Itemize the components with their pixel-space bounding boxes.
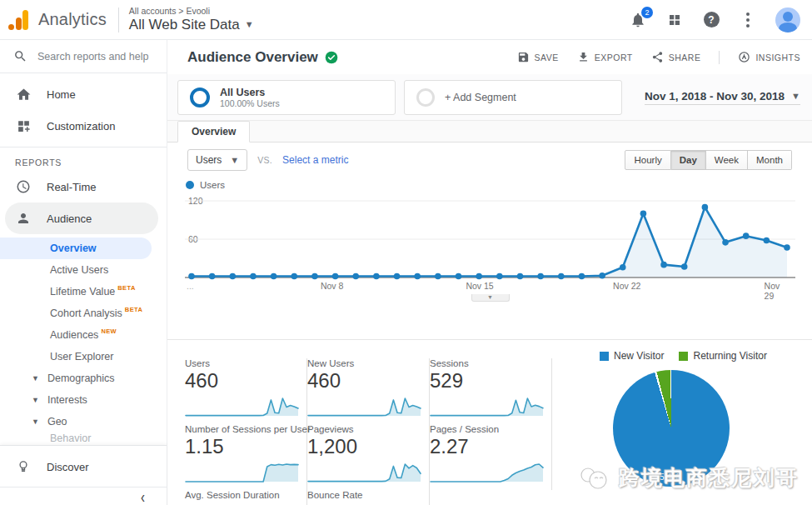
granularity-hourly[interactable]: Hourly <box>625 150 670 170</box>
chart-collapse-button[interactable]: ▼ <box>471 294 510 302</box>
notifications-button[interactable]: 2 <box>629 11 647 29</box>
metric-card-sessions[interactable]: Sessions 529 <box>430 358 552 424</box>
granularity-week[interactable]: Week <box>706 150 748 170</box>
legend-label: Users <box>200 180 225 190</box>
tree-item-label: Geo <box>47 416 67 428</box>
legend-swatch-icon <box>679 352 688 361</box>
sidebar-item-audience[interactable]: Audience <box>5 202 158 234</box>
tab-label: Overview <box>192 126 236 138</box>
header-divider <box>118 8 119 32</box>
metric-card-sessions-per-user[interactable]: Number of Sessions per User 1.15 <box>185 424 307 490</box>
sub-item-label: Active Users <box>50 264 108 276</box>
save-icon <box>517 51 530 63</box>
share-button[interactable]: SHARE <box>651 51 701 63</box>
analytics-app: Analytics All accounts > Evooli All Web … <box>0 0 812 505</box>
metric-card-pages-per-session[interactable]: Pages / Session 2.27 <box>430 424 552 490</box>
triangle-down-icon: ▼ <box>32 396 39 404</box>
summary-section: Users 460 New Users 460 Sessions 529 Num… <box>167 339 812 505</box>
metric-value: 00:01:28 <box>185 501 296 505</box>
metric-value: 1,200 <box>307 435 419 458</box>
more-menu-button[interactable] <box>739 11 757 29</box>
sub-item-label: Cohort Analysis <box>50 308 122 319</box>
metric-card-pageviews[interactable]: Pageviews 1,200 <box>307 424 430 490</box>
granularity-month[interactable]: Month <box>748 150 792 170</box>
legend-new-visitor[interactable]: New Visitor <box>600 350 664 362</box>
chart-controls: Users ▼ VS. Select a metric Hourly Day W… <box>167 142 812 178</box>
sidebar-item-cohort-analysis[interactable]: Cohort Analysis BETA <box>0 302 167 324</box>
export-button[interactable]: EXPORT <box>577 51 633 63</box>
beta-badge: BETA <box>125 306 142 313</box>
chevron-down-icon: ▼ <box>487 294 493 300</box>
tab-overview[interactable]: Overview <box>177 121 250 142</box>
sidebar-collapse-button[interactable]: ‹ <box>0 487 167 505</box>
date-range-picker[interactable]: Nov 1, 2018 - Nov 30, 2018 ▼ <box>645 90 800 105</box>
user-avatar[interactable] <box>775 8 800 32</box>
x-axis-tick: Nov 15 <box>466 281 493 291</box>
save-label: SAVE <box>535 52 559 62</box>
insights-button[interactable]: INSIGHTS <box>738 51 800 63</box>
sidebar-item-realtime[interactable]: Real-Time <box>0 171 167 202</box>
metric-dropdown-value: Users <box>196 154 222 166</box>
legend-dot-icon <box>186 181 194 189</box>
metric-dropdown[interactable]: Users ▼ <box>187 149 247 171</box>
metric-value: 72.02% <box>307 501 419 505</box>
visitor-type-pie-chart[interactable] <box>613 370 730 487</box>
line-chart-plot[interactable] <box>185 198 795 281</box>
tab-band: Overview <box>167 121 812 142</box>
add-segment-button[interactable]: + Add Segment <box>404 80 622 115</box>
apps-grid-button[interactable] <box>665 11 684 29</box>
sidebar-item-active-users[interactable]: Active Users <box>0 259 167 281</box>
x-axis-overflow: ... <box>187 281 194 291</box>
add-segment-ring-icon <box>416 88 435 107</box>
sidebar-item-audiences[interactable]: Audiences NEW <box>0 324 167 346</box>
segment-all-users[interactable]: All Users 100.00% Users <box>177 80 396 115</box>
sparkline-chart <box>430 396 545 418</box>
sidebar-item-demographics[interactable]: ▼ Demographics <box>0 368 167 389</box>
sidebar-item-customization[interactable]: Customization <box>0 110 167 142</box>
save-button[interactable]: SAVE <box>517 51 559 63</box>
select-metric-link[interactable]: Select a metric <box>282 154 348 166</box>
person-icon <box>16 211 31 226</box>
app-header: Analytics All accounts > Evooli All Web … <box>0 0 812 40</box>
metric-card-users[interactable]: Users 460 <box>185 358 307 424</box>
segment-ring-icon <box>190 88 210 108</box>
sidebar-item-interests[interactable]: ▼ Interests <box>0 389 167 411</box>
page-title: Audience Overview <box>187 49 338 66</box>
users-line-chart[interactable]: 120 60 ... Nov 8 Nov 15 Nov 22 Nov 29 ▼ <box>185 198 795 296</box>
logo-area[interactable]: Analytics <box>0 10 118 30</box>
segment-name: All Users <box>220 87 280 98</box>
notifications-badge: 2 <box>641 7 653 18</box>
search-input[interactable] <box>37 51 154 62</box>
sparkline-chart <box>185 396 300 418</box>
metric-card-avg-session-duration[interactable]: Avg. Session Duration 00:01:28 <box>185 490 307 505</box>
sidebar-search[interactable] <box>0 40 167 73</box>
sidebar-item-lifetime-value[interactable]: Lifetime Value BETA <box>0 281 167 302</box>
apps-grid-icon <box>667 12 682 28</box>
share-label: SHARE <box>669 52 701 62</box>
add-segment-label: + Add Segment <box>445 92 516 103</box>
sidebar-item-user-explorer[interactable]: User Explorer <box>0 346 167 368</box>
sidebar-item-home[interactable]: Home <box>0 78 167 110</box>
sidebar-item-overview[interactable]: Overview <box>0 238 152 259</box>
sidebar-item-geo[interactable]: ▼ Geo <box>0 411 167 432</box>
analytics-logo-icon <box>8 10 30 30</box>
sidebar-item-behavior-cutoff[interactable]: Behavior <box>0 432 167 443</box>
metric-card-bounce-rate[interactable]: Bounce Rate 72.02% <box>307 490 430 505</box>
sparkline-chart <box>185 462 300 483</box>
granularity-day[interactable]: Day <box>671 150 706 170</box>
legend-label: New Visitor <box>614 350 664 362</box>
sidebar-item-label: Audience <box>47 212 92 225</box>
help-button[interactable]: ? <box>702 11 720 29</box>
help-icon: ? <box>704 12 720 28</box>
search-icon <box>13 49 27 63</box>
account-switcher[interactable]: All accounts > Evooli All Web Site Data … <box>129 6 254 33</box>
metrics-grid: Users 460 New Users 460 Sessions 529 Num… <box>185 358 552 505</box>
legend-returning-visitor[interactable]: Returning Visitor <box>679 350 767 362</box>
visitor-type-panel: New Visitor Returning Visitor 95.4% <box>575 340 812 505</box>
granularity-toggle: Hourly Day Week Month <box>625 150 792 170</box>
sidebar-item-discover[interactable]: Discover <box>0 451 167 482</box>
sidebar-item-label: Home <box>47 88 76 101</box>
home-icon <box>16 87 32 102</box>
sparkline-chart <box>307 462 422 483</box>
metric-card-new-users[interactable]: New Users 460 <box>307 358 430 424</box>
